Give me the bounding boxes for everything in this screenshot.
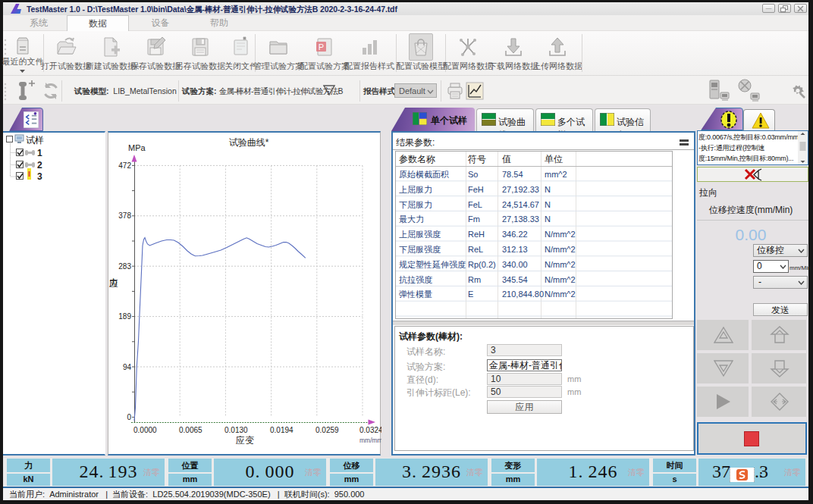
svg-text:N: N xyxy=(545,200,551,209)
svg-text:378: 378 xyxy=(118,211,131,220)
svg-text:0.0000: 0.0000 xyxy=(133,426,157,434)
svg-text:N/mm^2: N/mm^2 xyxy=(545,290,576,299)
svg-text:So: So xyxy=(468,170,478,179)
svg-text:抗拉强度: 抗拉强度 xyxy=(399,275,432,284)
svg-text:210,844.80: 210,844.80 xyxy=(502,290,544,299)
svg-text:472: 472 xyxy=(118,161,131,170)
svg-text:189: 189 xyxy=(118,312,131,321)
svg-text:FeL: FeL xyxy=(468,200,482,209)
svg-text:345.54: 345.54 xyxy=(502,275,528,284)
svg-text:27,192.33: 27,192.33 xyxy=(502,185,539,194)
svg-text:283: 283 xyxy=(118,262,131,271)
svg-text:N: N xyxy=(545,214,551,224)
svg-text:312.13: 312.13 xyxy=(502,245,528,254)
svg-text:Fm: Fm xyxy=(468,214,480,224)
svg-text:0.0324: 0.0324 xyxy=(359,426,381,434)
svg-text:N/mm^2: N/mm^2 xyxy=(545,275,576,284)
svg-text:mm^2: mm^2 xyxy=(545,170,567,179)
svg-text:最大力: 最大力 xyxy=(399,214,424,224)
svg-text:0.0194: 0.0194 xyxy=(270,426,293,434)
svg-text:单位: 单位 xyxy=(545,154,563,164)
svg-text:27,138.33: 27,138.33 xyxy=(502,214,539,224)
svg-text:FeH: FeH xyxy=(468,185,484,194)
svg-text:上屈服力: 上屈服力 xyxy=(399,185,432,194)
svg-text:应力: 应力 xyxy=(109,278,118,288)
svg-text:MPa: MPa xyxy=(128,143,146,152)
svg-text:N/mm^2: N/mm^2 xyxy=(545,245,576,254)
svg-text:上屈服强度: 上屈服强度 xyxy=(399,230,441,239)
svg-text:参数名称: 参数名称 xyxy=(399,154,435,164)
svg-text:24,514.67: 24,514.67 xyxy=(502,200,539,209)
svg-text:Rm: Rm xyxy=(468,275,481,284)
svg-text:弹性模量: 弹性模量 xyxy=(399,290,432,299)
svg-text:E: E xyxy=(468,290,473,299)
svg-text:P: P xyxy=(319,42,324,52)
svg-text:mm/mm: mm/mm xyxy=(359,437,381,444)
svg-text:原始横截面积: 原始横截面积 xyxy=(399,170,449,179)
svg-text:0: 0 xyxy=(127,413,131,421)
svg-text:94: 94 xyxy=(123,363,132,371)
svg-text:346.22: 346.22 xyxy=(502,230,528,239)
svg-text:0.0130: 0.0130 xyxy=(224,426,248,434)
svg-text:ReL: ReL xyxy=(468,245,483,254)
svg-text:值: 值 xyxy=(502,154,511,164)
svg-text:340.00: 340.00 xyxy=(502,260,528,269)
svg-text:0.0259: 0.0259 xyxy=(315,426,339,434)
svg-text:0.0065: 0.0065 xyxy=(179,426,202,434)
svg-text:符号: 符号 xyxy=(468,154,486,164)
svg-text:N/mm^2: N/mm^2 xyxy=(545,260,576,269)
svg-text:应变: 应变 xyxy=(236,435,254,446)
svg-text:下屈服强度: 下屈服强度 xyxy=(399,245,441,254)
svg-text:N/mm^2: N/mm^2 xyxy=(545,230,576,239)
svg-text:N: N xyxy=(545,185,551,194)
svg-text:78.54: 78.54 xyxy=(502,170,523,179)
svg-text:试验曲线*: 试验曲线* xyxy=(229,137,269,148)
svg-text:Rp(0.2): Rp(0.2) xyxy=(468,260,496,269)
svg-text:ReH: ReH xyxy=(468,230,485,239)
svg-text:下屈服力: 下屈服力 xyxy=(399,200,432,209)
svg-text:规定塑性延伸强度: 规定塑性延伸强度 xyxy=(399,260,466,269)
